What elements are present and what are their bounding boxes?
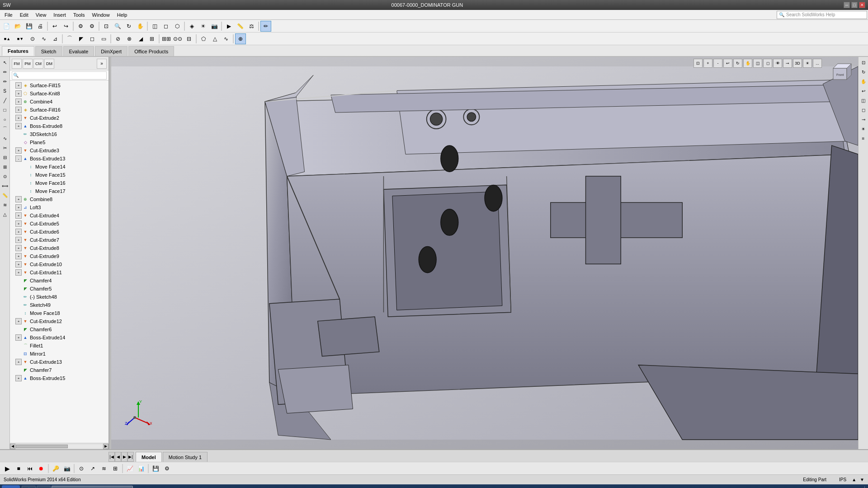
tree-item-cut-extrude9[interactable]: + ▼ Cut-Extrude9 (10, 252, 108, 260)
tree-item-fillet1[interactable]: ⌒ Fillet1 (10, 342, 108, 350)
tree-item-mirror1[interactable]: ⊟ Mirror1 (10, 350, 108, 358)
expand-cut-extrude8[interactable]: + (15, 245, 22, 251)
tree-item-cut-extrude13[interactable]: + ▼ Cut-Extrude13 (10, 358, 108, 366)
tree-item-cut-extrude4[interactable]: + ▼ Cut-Extrude4 (10, 211, 108, 220)
right-tool-pan[interactable]: ✋ (859, 77, 868, 86)
tree-hscroll-track[interactable] (16, 445, 103, 448)
tree-item-sketch49[interactable]: ✏ Sketch49 (10, 301, 108, 309)
bt-options-sim[interactable]: ⚙ (161, 463, 172, 474)
view-more[interactable]: ... (813, 59, 822, 68)
left-tool-spline[interactable]: ∿ (0, 134, 9, 143)
expand-cut-extrude5[interactable]: + (15, 221, 22, 227)
expand-surface-fill15[interactable]: + (15, 82, 22, 89)
tb-curves[interactable]: ∿ (221, 33, 231, 44)
left-tool-mirror[interactable]: ⊟ (0, 153, 9, 162)
menu-tools[interactable]: Tools (70, 11, 89, 19)
search-box[interactable]: 🔍 Search SolidWorks Help (777, 11, 867, 19)
tree-item-surface-fill16[interactable]: + ◈ Surface-Fill16 (10, 106, 108, 114)
tab-sketch[interactable]: Sketch (35, 46, 62, 56)
taskbar-explorer[interactable]: 📁 (37, 486, 51, 488)
tree-filter-input[interactable] (12, 71, 107, 80)
expand-combine4[interactable]: + (15, 99, 22, 105)
tb-zoom-in[interactable]: 🔍 (112, 21, 123, 32)
tb-print[interactable]: 🖨 (35, 21, 46, 32)
tb-rebuild[interactable]: ⚙ (75, 21, 86, 32)
tb-surface-extra[interactable]: ⬠ (198, 33, 209, 44)
tree-item-cut-extrude7[interactable]: + ▼ Cut-Extrude7 (10, 236, 108, 244)
left-tool-freeform[interactable]: ≋ (0, 200, 9, 209)
left-tool-sketch[interactable]: ✏ (0, 67, 9, 76)
menu-window[interactable]: Window (89, 11, 113, 19)
left-tool-rect[interactable]: □ (0, 105, 9, 114)
left-tool-dimension[interactable]: ⟺ (0, 181, 9, 190)
tree-item-chamfer6[interactable]: ◤ Chamfer6 (10, 325, 108, 333)
tb-simulation[interactable]: ▶ (223, 21, 234, 32)
tree-item-cut-extrude10[interactable]: + ▼ Cut-Extrude10 (10, 260, 108, 268)
tb-fillet[interactable]: ⌒ (64, 33, 75, 44)
tree-item-surface-fill15[interactable]: + ◈ Surface-Fill15 (10, 81, 108, 89)
left-tool-measure[interactable]: 📏 (0, 191, 9, 200)
bt-camera-bot[interactable]: 📷 (61, 463, 72, 474)
expand-cut-extrude13[interactable]: + (15, 359, 22, 365)
tab-nav-prev[interactable]: ◀ (115, 452, 121, 462)
expand-cut-extrude12[interactable]: + (15, 318, 22, 324)
expand-boss-extrude15[interactable]: + (15, 375, 22, 381)
tb-mirror-feat[interactable]: ⊟ (184, 33, 194, 44)
expand-combine8[interactable]: + (15, 196, 22, 202)
tb-pan[interactable]: ✋ (135, 21, 146, 32)
tree-expand-all[interactable]: » (97, 59, 107, 69)
tb-camera[interactable]: 📷 (209, 21, 220, 32)
tree-btn-1[interactable]: FM (12, 59, 22, 69)
expand-boss-extrude14[interactable]: + (15, 334, 22, 341)
right-tool-rotate[interactable]: ↻ (859, 67, 868, 76)
expand-surface-knit8[interactable]: + (15, 90, 22, 97)
status-resize-up[interactable]: ▲ (852, 477, 856, 482)
left-tool-reference[interactable]: △ (0, 210, 9, 219)
tab-nav-next[interactable]: ▶ (121, 452, 127, 462)
left-tool-select[interactable]: ↖ (0, 58, 9, 67)
expand-loft3[interactable]: + (15, 204, 22, 211)
view-hide-show[interactable]: 👁 (773, 59, 782, 68)
tree-item-cut-extrude6[interactable]: + ▼ Cut-Extrude6 (10, 228, 108, 236)
tb-zoom-fit[interactable]: ⊡ (101, 21, 112, 32)
tree-item-surface-knit8[interactable]: + ⬠ Surface-Knit8 (10, 89, 108, 98)
tb-extrude-boss[interactable]: ■▲ (1, 33, 14, 44)
menu-edit[interactable]: Edit (16, 11, 32, 19)
view-zoom-out[interactable]: - (713, 59, 722, 68)
tb-view-orient[interactable]: ◻ (160, 21, 171, 32)
expand-cut-extrude4[interactable]: + (15, 212, 22, 219)
tree-item-boss-extrude15[interactable]: + ▲ Boss-Extrude15 (10, 374, 108, 382)
expand-boss-extrude13[interactable]: - (15, 155, 22, 162)
right-tool-orient[interactable]: ◫ (859, 96, 868, 105)
bt-plot[interactable]: 📊 (136, 463, 146, 474)
bt-key[interactable]: 🔑 (50, 463, 61, 474)
tb-measure[interactable]: 📏 (235, 21, 245, 32)
tree-item-cut-extrude5[interactable]: + ▼ Cut-Extrude5 (10, 220, 108, 228)
tb-scale[interactable]: ⊞ (146, 33, 157, 44)
close-btn[interactable]: ✕ (859, 2, 865, 8)
tree-btn-2[interactable]: PM (23, 59, 33, 69)
menu-file[interactable]: File (1, 11, 16, 19)
tb-revolve-boss[interactable]: ⊙ (27, 33, 38, 44)
tree-item-chamfer7[interactable]: ◤ Chamfer7 (10, 366, 108, 374)
right-tool-section[interactable]: ⊸ (859, 115, 868, 124)
tb-materials[interactable]: ◈ (186, 21, 197, 32)
tb-rotate[interactable]: ↻ (123, 21, 134, 32)
tree-item-move-face18[interactable]: ↕ Move Face18 (10, 309, 108, 317)
tree-item-boss-extrude14[interactable]: + ▲ Boss-Extrude14 (10, 333, 108, 342)
bt-damper[interactable]: ⊞ (110, 463, 121, 474)
tb-open[interactable]: 📂 (12, 21, 23, 32)
view-pan[interactable]: ✋ (743, 59, 752, 68)
left-tool-relation[interactable]: ⊙ (0, 172, 9, 181)
taskbar-solidworks-btn[interactable]: ⚙ 00067-0000_DOMINATOR GUN (52, 486, 133, 488)
expand-cut-extrude11[interactable]: + (15, 269, 22, 276)
view-cube[interactable]: Front (831, 61, 854, 84)
tb-loft[interactable]: ⊿ (50, 33, 61, 44)
left-tool-smart[interactable]: S (0, 86, 9, 95)
tree-item-move-face14[interactable]: ↕ Move Face14 (10, 163, 108, 171)
tb-save[interactable]: 💾 (24, 21, 34, 32)
right-tool-zoom[interactable]: ⊡ (859, 58, 868, 67)
tb-redo[interactable]: ↪ (61, 21, 71, 32)
view-zoom-in[interactable]: + (703, 59, 712, 68)
tab-evaluate[interactable]: Evaluate (63, 46, 94, 56)
